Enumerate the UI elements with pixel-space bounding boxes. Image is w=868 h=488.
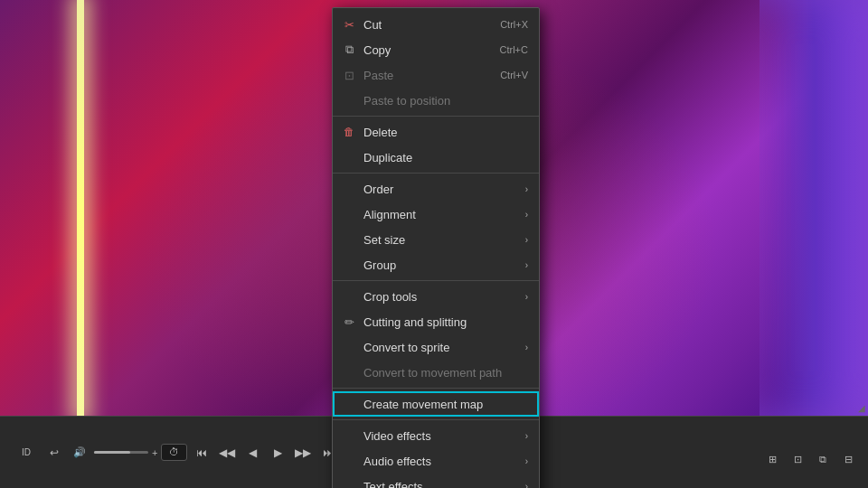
link-button[interactable]: ⧉	[812, 448, 834, 470]
menu-label-paste: Paste	[363, 69, 486, 82]
resize-handle: ◢	[855, 401, 868, 414]
transport-controls: ID ↩ 🔊 + ⏱ ⏮ ◀◀ ◀ ▶ ▶▶ ⏭	[7, 417, 344, 489]
separator-4	[333, 388, 539, 389]
group-icon	[340, 256, 358, 274]
text-effects-icon	[340, 477, 358, 488]
paste-position-icon	[340, 91, 358, 109]
order-icon	[340, 180, 358, 198]
menu-label-order: Order	[363, 183, 518, 196]
convert-sprite-icon	[340, 338, 358, 356]
convert-sprite-arrow: ›	[525, 343, 528, 352]
menu-item-video-effects[interactable]: Video effects ›	[333, 423, 539, 448]
volume-fill	[94, 451, 130, 454]
menu-label-crop-tools: Crop tools	[363, 290, 518, 304]
menu-label-group: Group	[363, 258, 518, 272]
cut-icon	[340, 15, 358, 33]
menu-label-convert-sprite: Convert to sprite	[363, 341, 518, 354]
separator-3	[333, 280, 539, 281]
magnet-button[interactable]: ⊡	[787, 448, 808, 470]
clock-icon: ⏱	[169, 446, 179, 458]
menu-label-create-movement-map: Create movement map	[363, 398, 528, 411]
menu-label-audio-effects: Audio effects	[363, 455, 518, 468]
menu-label-cutting-splitting: Cutting and splitting	[363, 315, 528, 329]
convert-movement-icon	[340, 363, 358, 381]
time-display: ⏱	[161, 444, 187, 461]
menu-shortcut-paste: Ctrl+V	[500, 70, 528, 80]
prev-frame-button[interactable]: ◀◀	[216, 442, 238, 464]
alignment-arrow: ›	[525, 210, 528, 220]
neon-bar-right	[760, 0, 868, 416]
menu-item-audio-effects[interactable]: Audio effects ›	[333, 448, 539, 474]
menu-item-paste-position[interactable]: Paste to position	[333, 88, 539, 113]
alignment-icon	[340, 205, 358, 223]
group-arrow: ›	[525, 260, 528, 270]
menu-item-set-size[interactable]: Set size ›	[333, 227, 539, 252]
menu-item-delete[interactable]: Delete	[333, 119, 539, 145]
menu-shortcut-cut: Ctrl+X	[500, 19, 528, 30]
menu-item-order[interactable]: Order ›	[333, 176, 539, 202]
order-arrow: ›	[525, 184, 528, 194]
volume-icon[interactable]: 🔊	[69, 442, 90, 464]
video-effects-icon	[340, 427, 358, 445]
video-effects-arrow: ›	[525, 431, 528, 441]
menu-item-cutting-splitting[interactable]: Cutting and splitting	[333, 309, 539, 334]
audio-effects-icon	[340, 452, 358, 470]
paste-icon: ⊡	[340, 66, 358, 84]
create-movement-map-icon	[340, 395, 358, 413]
text-effects-arrow: ›	[525, 482, 528, 489]
set-size-icon	[340, 230, 358, 249]
menu-item-text-effects[interactable]: Text effects ›	[333, 474, 539, 488]
crop-tools-icon	[340, 287, 358, 305]
menu-shortcut-copy: Ctrl+C	[500, 44, 528, 55]
menu-label-video-effects: Video effects	[363, 429, 518, 443]
menu-label-copy: Copy	[363, 43, 486, 57]
separator-2	[333, 173, 539, 174]
step-forward-button[interactable]: ▶▶	[292, 442, 314, 464]
neon-bar-left	[77, 0, 84, 416]
snap-button[interactable]: ⊞	[761, 448, 783, 470]
split-button[interactable]: ⊟	[837, 448, 859, 470]
pencil-icon	[340, 313, 358, 331]
menu-label-delete: Delete	[363, 126, 528, 139]
step-back-button[interactable]: ◀	[241, 442, 263, 464]
menu-label-alignment: Alignment	[363, 208, 518, 221]
set-size-arrow: ›	[525, 235, 528, 245]
duplicate-icon	[340, 148, 358, 166]
id-button[interactable]: ID	[13, 442, 40, 464]
menu-label-duplicate: Duplicate	[363, 151, 528, 164]
volume-value: +	[152, 447, 157, 458]
separator-5	[333, 419, 539, 420]
menu-item-convert-sprite[interactable]: Convert to sprite ›	[333, 334, 539, 360]
menu-label-text-effects: Text effects	[363, 480, 518, 489]
menu-item-crop-tools[interactable]: Crop tools ›	[333, 284, 539, 309]
menu-item-duplicate[interactable]: Duplicate	[333, 145, 539, 170]
menu-item-create-movement-map[interactable]: Create movement map	[333, 391, 539, 417]
menu-label-convert-movement: Convert to movement path	[363, 366, 528, 380]
menu-item-group[interactable]: Group ›	[333, 252, 539, 277]
menu-label-cut: Cut	[363, 18, 486, 32]
right-toolbar: ⊞ ⊡ ⧉ ⊟	[761, 448, 859, 470]
menu-item-paste[interactable]: ⊡ Paste Ctrl+V	[333, 62, 539, 88]
play-button[interactable]: ▶	[267, 442, 288, 464]
volume-control: +	[94, 447, 157, 458]
volume-slider[interactable]	[94, 451, 148, 454]
go-start-button[interactable]: ⏮	[191, 442, 212, 464]
undo-button[interactable]: ↩	[43, 442, 65, 464]
audio-effects-arrow: ›	[525, 456, 528, 466]
copy-icon	[340, 41, 358, 59]
menu-label-paste-position: Paste to position	[363, 94, 528, 108]
separator-1	[333, 116, 539, 117]
delete-icon	[340, 123, 358, 141]
menu-item-convert-movement[interactable]: Convert to movement path	[333, 360, 539, 385]
context-menu: Cut Ctrl+X Copy Ctrl+C ⊡ Paste Ctrl+V Pa…	[332, 7, 540, 488]
crop-tools-arrow: ›	[525, 292, 528, 302]
menu-label-set-size: Set size	[363, 233, 518, 247]
menu-item-alignment[interactable]: Alignment ›	[333, 202, 539, 227]
menu-item-copy[interactable]: Copy Ctrl+C	[333, 37, 539, 62]
menu-item-cut[interactable]: Cut Ctrl+X	[333, 12, 539, 37]
